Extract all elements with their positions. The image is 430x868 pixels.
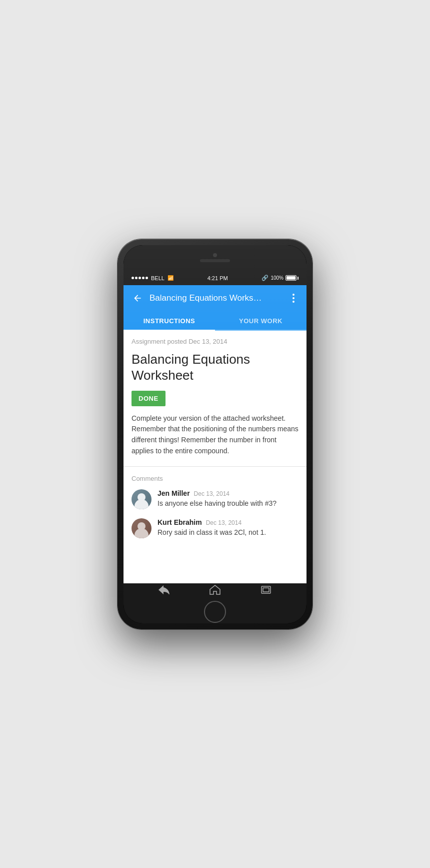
more-menu-button[interactable]: [284, 289, 302, 307]
camera-dot: [213, 253, 217, 257]
signal-dot-5: [146, 277, 148, 279]
back-button[interactable]: [128, 288, 148, 308]
battery-body: [286, 275, 296, 281]
comment-body-1: Jen Miller Dec 13, 2014 Is anyone else h…: [158, 489, 298, 509]
more-dot-1: [292, 294, 294, 296]
comment-item: Jen Miller Dec 13, 2014 Is anyone else h…: [132, 489, 298, 509]
assignment-title: Balancing Equations Worksheet: [124, 347, 306, 391]
signal-dots: [132, 277, 148, 279]
status-right: 🔗 100%: [262, 275, 298, 281]
time-display: 4:21 PM: [208, 275, 228, 281]
comment-item-2: Kurt Ebrahim Dec 13, 2014 Rory said in c…: [132, 518, 298, 538]
tab-instructions[interactable]: INSTRUCTIONS: [124, 311, 215, 330]
app-header: Balancing Equations Works… INSTRUCTIONS: [124, 285, 306, 331]
battery-tip: [298, 277, 298, 280]
screen: Balancing Equations Works… INSTRUCTIONS: [124, 285, 306, 583]
carrier-label: BELL: [151, 275, 164, 281]
comment-header-2: Kurt Ebrahim Dec 13, 2014: [158, 518, 298, 526]
avatar-kurt: [132, 518, 152, 538]
status-bar: BELL 📶 4:21 PM 🔗 100%: [124, 271, 306, 285]
comments-section: Comments Jen Miller Dec 13, 2014 Is anyo…: [124, 469, 306, 553]
app-toolbar: Balancing Equations Works…: [124, 285, 306, 311]
comment-author-2: Kurt Ebrahim: [158, 518, 202, 526]
assignment-description: Complete your version of the attached wo…: [124, 413, 306, 465]
status-left: BELL 📶: [132, 275, 174, 281]
speaker-grille: [200, 259, 230, 262]
battery-fill: [286, 276, 296, 280]
comment-text-1: Is anyone else having trouble with #3?: [158, 499, 298, 509]
comment-time-1: Dec 13, 2014: [194, 490, 230, 497]
avatar-jen: [132, 489, 152, 509]
comment-text-2: Rory said in class it was 2Cl, not 1.: [158, 528, 298, 538]
phone-frame: BELL 📶 4:21 PM 🔗 100%: [118, 239, 312, 629]
assignment-meta: Assignment posted Dec 13, 2014: [124, 331, 306, 347]
more-dot-3: [292, 301, 294, 303]
content-area: Assignment posted Dec 13, 2014 Balancing…: [124, 331, 306, 583]
bottom-bezel: [124, 583, 306, 623]
nav-back-button[interactable]: [155, 584, 173, 596]
phone-inner: BELL 📶 4:21 PM 🔗 100%: [124, 245, 306, 623]
toolbar-title: Balancing Equations Works…: [150, 293, 284, 303]
nav-recents-button[interactable]: [257, 584, 275, 596]
signal-dot-3: [138, 277, 141, 279]
more-dots-icon: [292, 294, 294, 303]
comment-header-1: Jen Miller Dec 13, 2014: [158, 489, 298, 497]
comment-body-2: Kurt Ebrahim Dec 13, 2014 Rory said in c…: [158, 518, 298, 538]
comment-author-1: Jen Miller: [158, 489, 190, 497]
tab-bar: INSTRUCTIONS YOUR WORK: [124, 311, 306, 331]
comment-time-2: Dec 13, 2014: [206, 519, 242, 526]
divider: [124, 466, 306, 467]
more-dot-2: [292, 297, 294, 299]
battery-icon: [286, 275, 298, 281]
tab-your-work[interactable]: YOUR WORK: [215, 311, 306, 330]
wifi-icon: 📶: [168, 275, 174, 281]
battery-percent: 100%: [270, 275, 284, 281]
home-circle-button[interactable]: [204, 601, 226, 623]
nav-buttons: [124, 584, 306, 596]
bluetooth-icon: 🔗: [262, 275, 268, 281]
comments-label: Comments: [132, 475, 298, 482]
signal-dot-2: [135, 277, 138, 279]
top-bezel: [124, 245, 306, 271]
svg-rect-1: [263, 588, 269, 592]
signal-dot-4: [142, 277, 144, 279]
status-badge: DONE: [132, 391, 166, 406]
signal-dot-1: [132, 277, 134, 279]
nav-home-button[interactable]: [206, 584, 224, 596]
